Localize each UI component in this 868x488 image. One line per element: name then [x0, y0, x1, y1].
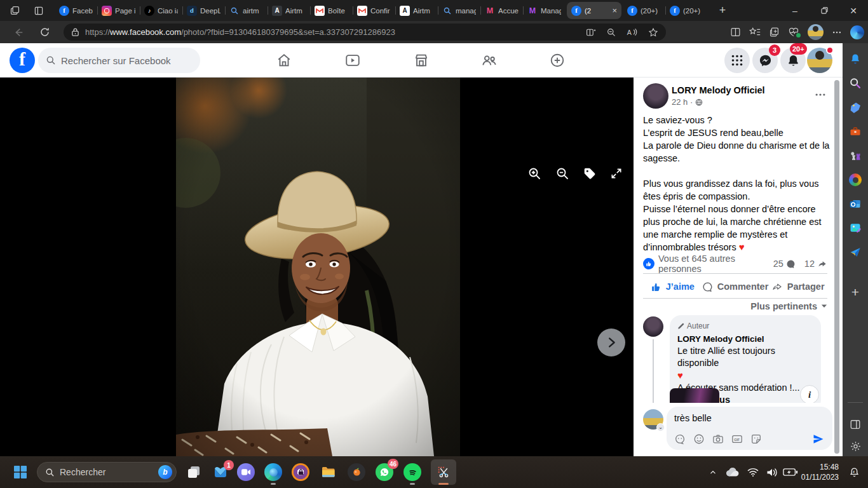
- comments-sort-button[interactable]: Plus pertinents: [750, 301, 827, 311]
- url-text[interactable]: https://www.facebook.com/photo/?fbid=913…: [85, 27, 395, 37]
- tab-gmail-confirm[interactable]: Confir: [353, 0, 395, 21]
- notification-bell-icon[interactable]: z: [844, 459, 864, 485]
- tab-close-icon[interactable]: ×: [612, 6, 617, 15]
- post-author-avatar[interactable]: [643, 83, 668, 109]
- info-button[interactable]: i: [800, 385, 819, 404]
- tab-actions-icon[interactable]: [29, 3, 48, 19]
- close-window-button[interactable]: ✕: [839, 0, 868, 21]
- spotify-icon[interactable]: [400, 459, 425, 485]
- add-favorite-icon[interactable]: [648, 27, 658, 37]
- tab-manage[interactable]: MManag: [523, 0, 566, 21]
- tab-gmail-inbox[interactable]: Boîte: [310, 0, 353, 21]
- tab-facebook[interactable]: fFaceb: [55, 0, 97, 21]
- facebook-logo[interactable]: f: [10, 48, 35, 73]
- sidebar-tools-icon[interactable]: [848, 124, 863, 139]
- split-window-icon[interactable]: [586, 27, 596, 37]
- tray-chevron-icon[interactable]: [704, 459, 722, 485]
- volume-icon[interactable]: [763, 459, 782, 485]
- share-button[interactable]: Partager: [768, 276, 827, 297]
- file-explorer-icon[interactable]: [316, 459, 341, 485]
- tab-accueil[interactable]: MAccuei: [480, 0, 523, 21]
- emoji-icon[interactable]: [693, 433, 705, 445]
- nav-home[interactable]: [266, 47, 302, 74]
- comment-input[interactable]: très belle: [674, 413, 825, 423]
- sidebar-panel-icon[interactable]: [848, 417, 863, 432]
- post-author-name[interactable]: LORY Melody Officiel: [672, 85, 765, 95]
- shares-count[interactable]: 12: [804, 259, 827, 269]
- taskbar-search-input[interactable]: [60, 467, 149, 477]
- sidebar-outlook-icon[interactable]: [848, 196, 863, 212]
- tab-tiktok[interactable]: ♪Ciao ia: [140, 0, 182, 21]
- restore-button[interactable]: [810, 0, 839, 21]
- tab-search-manage[interactable]: manag: [438, 0, 480, 21]
- avatar-switch-chevron-icon[interactable]: ⌄: [656, 423, 665, 431]
- snipping-tool-icon[interactable]: [431, 459, 456, 485]
- taskbar-search[interactable]: b: [37, 462, 177, 482]
- tab-airtm-2[interactable]: AAirtm: [395, 0, 438, 21]
- battery-icon[interactable]: [780, 459, 801, 485]
- zoom-in-icon[interactable]: [525, 164, 544, 183]
- sidebar-microsoft365-icon[interactable]: [848, 172, 863, 187]
- tab-instagram[interactable]: Page i: [97, 0, 140, 21]
- tab-facebook-photo-active[interactable]: f(2×: [567, 2, 621, 19]
- read-aloud-icon[interactable]: A: [627, 27, 638, 37]
- sidebar-shopping-icon[interactable]: [848, 100, 863, 115]
- panel-scrollbar[interactable]: [834, 80, 839, 454]
- avatar-sticker-icon[interactable]: [674, 433, 686, 445]
- facebook-search[interactable]: [38, 48, 200, 73]
- post-photo[interactable]: [176, 78, 460, 456]
- zoom-out-icon[interactable]: [606, 27, 616, 37]
- fl-studio-icon[interactable]: [344, 459, 369, 485]
- next-photo-button[interactable]: [597, 329, 625, 356]
- split-screen-icon[interactable]: [730, 27, 741, 37]
- sidebar-games-icon[interactable]: [848, 148, 863, 163]
- camera-icon[interactable]: [712, 433, 724, 445]
- sticker-icon[interactable]: [750, 433, 762, 445]
- site-lock-icon[interactable]: [71, 27, 79, 37]
- profile-button[interactable]: [807, 48, 832, 73]
- back-icon[interactable]: [9, 23, 27, 41]
- minimize-button[interactable]: –: [780, 0, 810, 21]
- tab-facebook-20plus-2[interactable]: f(20+): [665, 0, 708, 21]
- facebook-search-input[interactable]: [61, 55, 188, 66]
- composer-bubble[interactable]: très belle GIF: [667, 407, 832, 450]
- comment-button[interactable]: Commenter: [702, 276, 769, 297]
- like-button[interactable]: J’aime: [643, 276, 702, 297]
- workspaces-icon[interactable]: [5, 3, 24, 19]
- collections-icon[interactable]: [769, 27, 780, 37]
- refresh-icon[interactable]: [36, 23, 54, 41]
- apps-menu-button[interactable]: [724, 48, 750, 73]
- tab-deepl[interactable]: dDeepL: [182, 0, 225, 21]
- comment-attachment-thumbnail[interactable]: [670, 388, 719, 404]
- nav-marketplace[interactable]: [403, 47, 439, 74]
- tor-browser-icon[interactable]: [288, 459, 313, 485]
- tag-icon[interactable]: [580, 164, 599, 183]
- new-tab-button[interactable]: +: [713, 1, 732, 20]
- sidebar-notifications-icon[interactable]: [848, 51, 863, 67]
- fullscreen-icon[interactable]: [607, 164, 626, 183]
- address-bar[interactable]: https://www.facebook.com/photo/?fbid=913…: [64, 24, 666, 41]
- comment-author-name[interactable]: LORY Melody Officiel: [677, 333, 813, 345]
- chat-app-icon[interactable]: [233, 459, 259, 485]
- nav-watch[interactable]: [335, 47, 370, 74]
- start-button[interactable]: [8, 459, 33, 485]
- sidebar-search-icon[interactable]: [848, 76, 863, 91]
- send-comment-button[interactable]: [812, 433, 825, 445]
- onedrive-icon[interactable]: [723, 459, 742, 485]
- browser-profile-avatar[interactable]: [808, 24, 824, 40]
- tab-airtm[interactable]: AAirtm: [268, 0, 310, 21]
- tab-search-airtm[interactable]: airtm: [225, 0, 268, 21]
- tray-clock[interactable]: 15:48 01/11/2023: [801, 462, 839, 482]
- likes-text[interactable]: Vous et 645 autres personnes: [658, 254, 773, 274]
- favorites-icon[interactable]: [749, 27, 761, 37]
- edge-app-icon[interactable]: [261, 459, 286, 485]
- sidebar-add-icon[interactable]: +: [848, 285, 863, 300]
- zoom-out-icon[interactable]: [553, 164, 572, 183]
- wifi-icon[interactable]: [743, 459, 763, 485]
- comment-author-avatar[interactable]: [643, 316, 663, 337]
- sidebar-image-creator-icon[interactable]: [848, 220, 863, 236]
- nav-gaming[interactable]: [539, 47, 575, 74]
- nav-groups[interactable]: [471, 47, 507, 74]
- more-menu-icon[interactable]: [832, 27, 842, 37]
- like-reaction-icon[interactable]: [643, 258, 654, 269]
